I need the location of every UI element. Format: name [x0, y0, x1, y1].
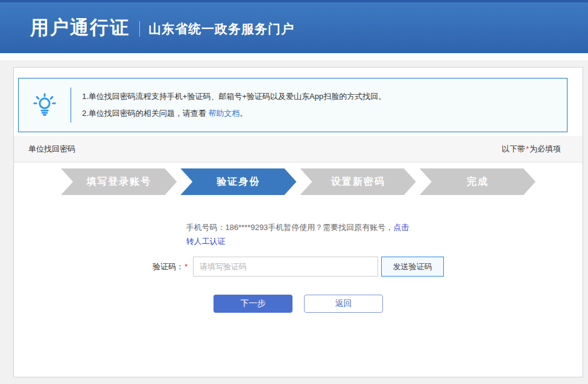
required-asterisk: *: [526, 144, 529, 153]
app-header: 用户通行证 山东省统一政务服务门户: [0, 0, 588, 53]
header-bottom-band: [0, 53, 588, 60]
portal-subtitle: 山东省统一政务服务门户: [148, 21, 294, 37]
header-divider: [139, 21, 140, 37]
phone-note: 手机号码：186****9293手机暂停使用？需要找回原有账号，点击转人工认证: [186, 220, 411, 248]
notice-box: 1.单位找回密码流程支持手机+验证码、邮箱号+验证码以及爱山东App扫脸的方式找…: [18, 78, 567, 132]
step-fill-account: 填写登录账号: [61, 168, 177, 195]
help-doc-link[interactable]: 帮助文档: [208, 109, 239, 118]
step-verify-identity: 验证身份: [180, 168, 296, 195]
main-card: 1.单位找回密码流程支持手机+验证码、邮箱号+验证码以及爱山东App扫脸的方式找…: [13, 67, 583, 377]
page-title: 用户通行证: [30, 15, 130, 40]
section-header: 单位找回密码 以下带*为必填项: [14, 136, 583, 162]
next-step-button[interactable]: 下一步: [213, 295, 292, 313]
captcha-required-asterisk: *: [185, 262, 188, 271]
step-complete: 完成: [420, 168, 536, 195]
captcha-input[interactable]: [193, 257, 378, 277]
section-title: 单位找回密码: [28, 144, 75, 155]
send-code-button[interactable]: 发送验证码: [381, 257, 444, 277]
required-note: 以下带*为必填项: [502, 144, 561, 155]
lightbulb-icon: [19, 92, 71, 118]
notice-text: 1.单位找回密码流程支持手机+验证码、邮箱号+验证码以及爱山东App扫脸的方式找…: [71, 88, 386, 122]
notice-line-1: 1.单位找回密码流程支持手机+验证码、邮箱号+验证码以及爱山东App扫脸的方式找…: [82, 88, 386, 105]
step-set-new-password: 设置新密码: [300, 168, 416, 195]
stepper: 填写登录账号 验证身份 设置新密码 完成: [61, 168, 536, 195]
actions-row: 下一步 返回: [14, 295, 583, 313]
notice-line-2: 2.单位找回密码的相关问题，请查看 帮助文档。: [82, 105, 386, 122]
phone-masked-text: 手机号码：186****9293手机暂停使用？需要找回原有账号，: [186, 223, 394, 232]
captcha-row: 验证码：* 发送验证码: [14, 257, 583, 277]
back-button[interactable]: 返回: [304, 295, 383, 313]
captcha-label: 验证码：*: [153, 261, 188, 272]
